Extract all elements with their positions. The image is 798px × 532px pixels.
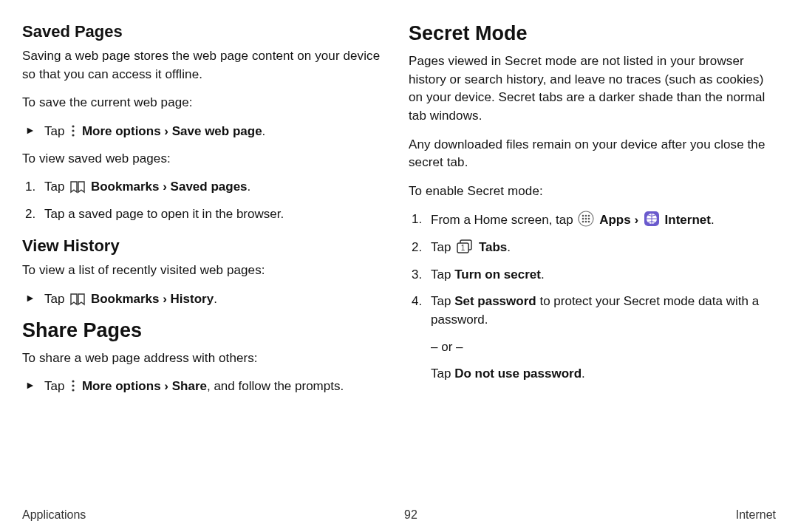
to-view-label: To view saved web pages: (22, 150, 391, 168)
do-not-use-password-label: Do not use password (454, 366, 582, 381)
svg-point-10 (582, 218, 584, 220)
step-tail: , and follow the prompts. (207, 379, 344, 393)
svg-point-5 (72, 389, 75, 392)
share-label: Share (172, 379, 207, 393)
period: . (214, 292, 217, 306)
secret-step-3: 3. Tap Turn on secret. (409, 266, 777, 284)
view-step-1: 1. Tap Bookmarks › Saved pages. (22, 178, 391, 197)
view-step-2: 2. Tap a saved page to open it in the br… (22, 205, 391, 224)
svg-point-12 (588, 218, 590, 220)
triangle-icon: ► (25, 290, 35, 305)
footer-page-number: 92 (404, 508, 417, 522)
save-web-page-label: Save web page (172, 124, 262, 138)
more-options-icon (69, 123, 77, 138)
tabs-label: Tabs (479, 240, 507, 254)
chevron-icon: › (161, 379, 172, 393)
view-history-heading: View History (22, 236, 391, 256)
apps-icon (578, 211, 594, 227)
step-number: 2. (25, 205, 35, 224)
view-history-intro: To view a list of recently visited web p… (22, 262, 391, 280)
step-text: Tap (44, 124, 68, 138)
step-text: Tap (44, 292, 68, 306)
bookmarks-label: Bookmarks (91, 292, 160, 306)
step-number: 2. (412, 239, 422, 257)
step-number: 1. (412, 211, 422, 229)
footer-right: Internet (736, 508, 776, 522)
share-pages-intro: To share a web page address with others: (22, 349, 391, 368)
svg-point-14 (585, 221, 587, 223)
left-column: Saved Pages Saving a web page stores the… (22, 22, 391, 495)
svg-point-9 (588, 215, 590, 217)
page-footer: Applications 92 Internet (22, 508, 776, 522)
to-enable-label: To enable Secret mode: (409, 183, 777, 201)
chevron-icon: › (631, 213, 642, 227)
bookmarks-label: Bookmarks (91, 180, 160, 194)
step-text: Tap (431, 267, 454, 282)
footer-left: Applications (22, 508, 86, 522)
saved-pages-heading: Saved Pages (22, 22, 391, 41)
step-text: Tap (431, 294, 454, 308)
svg-text:1: 1 (461, 244, 466, 252)
saved-pages-label: Saved pages (171, 180, 248, 194)
bookmarks-icon (69, 180, 86, 194)
more-options-label: More options (82, 379, 161, 393)
triangle-icon: ► (25, 378, 35, 392)
history-step: ► Tap Bookmarks › History. (22, 290, 391, 309)
set-password-label: Set password (454, 294, 536, 308)
secret-step-4b: Tap Do not use password. (409, 365, 777, 383)
step-text: Tap a saved page to open it in the brows… (44, 207, 284, 221)
step-text: Tap (44, 180, 68, 194)
tabs-icon: 1 (456, 239, 474, 254)
svg-point-1 (72, 129, 75, 132)
saved-pages-intro: Saving a web page stores the web page co… (22, 47, 391, 83)
secret-mode-p2: Any downloaded files remain on your devi… (409, 136, 777, 172)
history-label: History (171, 292, 214, 306)
svg-point-13 (582, 221, 584, 223)
svg-point-2 (72, 134, 75, 136)
chevron-icon: › (159, 292, 170, 306)
secret-step-4: 4. Tap Set password to protect your Secr… (409, 293, 777, 329)
save-step: ► Tap More options › Save web page. (22, 123, 391, 141)
svg-point-8 (585, 215, 587, 217)
period: . (507, 240, 511, 254)
step-text: Tap (44, 379, 68, 393)
more-options-icon (69, 378, 77, 393)
step-text: From a Home screen, tap (431, 213, 576, 227)
to-save-label: To save the current web page: (22, 94, 391, 112)
internet-label: Internet (665, 213, 711, 227)
secret-mode-heading: Secret Mode (409, 22, 777, 45)
chevron-icon: › (159, 180, 170, 194)
share-pages-heading: Share Pages (22, 319, 391, 342)
svg-point-7 (582, 215, 584, 217)
chevron-icon: › (161, 124, 172, 138)
period: . (541, 267, 545, 282)
turn-on-secret-label: Turn on secret (454, 267, 541, 282)
period: . (262, 124, 266, 138)
step-text: Tap (431, 366, 454, 381)
bookmarks-icon (69, 293, 86, 306)
step-number: 1. (25, 178, 35, 197)
or-divider: – or – (409, 338, 777, 357)
svg-point-4 (72, 385, 75, 387)
period: . (582, 366, 585, 381)
secret-step-2: 2. Tap 1 Tabs. (409, 239, 777, 257)
internet-icon (644, 211, 660, 227)
apps-label: Apps (599, 213, 631, 227)
period: . (711, 213, 715, 227)
period: . (248, 180, 251, 194)
share-step: ► Tap More options › Share, and follow t… (22, 378, 391, 396)
svg-point-0 (72, 125, 75, 127)
step-number: 4. (412, 293, 422, 311)
svg-point-15 (588, 221, 590, 223)
svg-point-11 (585, 218, 587, 220)
secret-mode-p1: Pages viewed in Secret mode are not list… (409, 52, 777, 126)
triangle-icon: ► (25, 123, 35, 137)
step-text: Tap (431, 240, 454, 254)
more-options-label: More options (82, 124, 161, 138)
svg-point-3 (72, 381, 75, 383)
step-number: 3. (412, 266, 422, 284)
secret-step-1: 1. From a Home screen, tap Apps › Intern… (409, 211, 777, 230)
right-column: Secret Mode Pages viewed in Secret mode … (409, 22, 777, 495)
